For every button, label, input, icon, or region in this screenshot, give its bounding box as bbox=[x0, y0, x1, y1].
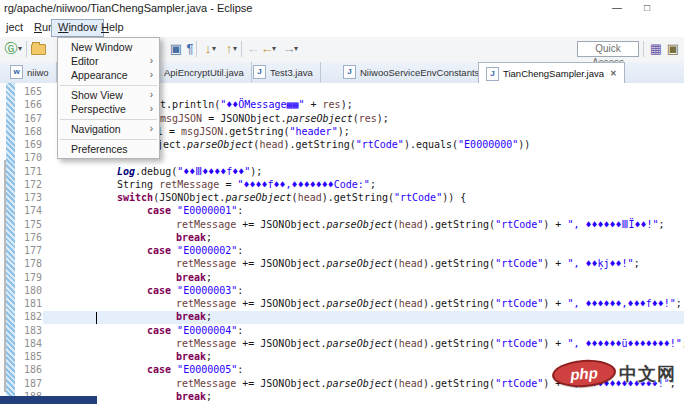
tab-label: ApiEncryptUtil.java bbox=[164, 67, 244, 78]
gc-button-icon[interactable]: Ⓖ bbox=[3, 40, 19, 57]
code-line[interactable]: retMessage += JSONObject.parseObject(hea… bbox=[176, 338, 684, 349]
code-line[interactable]: case "E0000005": bbox=[147, 364, 243, 375]
line-number: 184 bbox=[15, 338, 42, 349]
toolbar-separator bbox=[26, 41, 27, 57]
title-bar: rg/apache/niiwoo/TianChengSampler.java -… bbox=[0, 0, 684, 16]
line-number: 173 bbox=[15, 192, 42, 203]
java-perspective-icon[interactable]: ▣ bbox=[665, 40, 681, 57]
watermark-oval: php bbox=[551, 358, 617, 389]
code-line[interactable]: break; bbox=[176, 351, 212, 362]
line-number: 177 bbox=[15, 245, 42, 256]
maximize-button[interactable]: □ bbox=[636, 1, 658, 15]
submenu-arrow-icon: › bbox=[150, 88, 153, 102]
code-line[interactable]: Log.debug("♦♦Ⅲ♦♦♦♦f♦♦"); bbox=[117, 166, 262, 177]
submenu-arrow-icon: › bbox=[150, 68, 153, 82]
tab-test3-java[interactable]: JTest3.java bbox=[246, 62, 321, 82]
code-line[interactable]: break; bbox=[176, 272, 212, 283]
code-line[interactable]: switch(JSONObject.parseObject(head).getS… bbox=[117, 192, 466, 203]
menu-bar: jectRunWindowHelp bbox=[0, 16, 684, 37]
code-line[interactable]: break; bbox=[176, 232, 212, 243]
line-number: 174 bbox=[15, 205, 42, 216]
menu-ject[interactable]: ject bbox=[0, 19, 29, 35]
line-number: 175 bbox=[15, 219, 42, 230]
tab-label: Test3.java bbox=[270, 67, 313, 78]
forward-caret-icon[interactable]: ▾ bbox=[294, 44, 302, 54]
toolbar-separator bbox=[643, 41, 644, 57]
menu-help[interactable]: Help bbox=[95, 19, 130, 35]
next-annotation-caret-icon[interactable]: ▾ bbox=[233, 44, 241, 54]
line-number: 186 bbox=[15, 364, 42, 375]
code-line[interactable]: case "E0000001": bbox=[147, 205, 243, 216]
code-line[interactable]: break; bbox=[176, 311, 212, 322]
line-number: 176 bbox=[15, 232, 42, 243]
line-number: 180 bbox=[15, 285, 42, 296]
code-line[interactable]: case "E0000002": bbox=[147, 245, 243, 256]
menu-item-navigation[interactable]: Navigation› bbox=[58, 122, 159, 136]
code-line[interactable]: case "E0000004": bbox=[147, 325, 243, 336]
line-number: 166 bbox=[15, 99, 42, 110]
code-line[interactable]: ject.parseObject(head).getString("rtCode… bbox=[157, 139, 530, 150]
tab-close-icon[interactable]: ✕ bbox=[610, 69, 617, 78]
window-title: rg/apache/niiwoo/TianChengSampler.java -… bbox=[4, 2, 252, 14]
line-number: 179 bbox=[15, 272, 42, 283]
line-number: 185 bbox=[15, 351, 42, 362]
menu-item-preferences[interactable]: Preferences bbox=[58, 142, 159, 156]
code-line[interactable]: retMessage += JSONObject.parseObject(hea… bbox=[176, 258, 640, 269]
code-line[interactable]: retMessage += JSONObject.parseObject(hea… bbox=[176, 298, 682, 309]
file-icon: J bbox=[253, 65, 266, 79]
file-icon: J bbox=[343, 65, 356, 79]
tab-label: niiwo bbox=[27, 67, 49, 78]
code-line[interactable]: l = msgJSON.getString("header"); bbox=[157, 126, 350, 137]
line-number: 165 bbox=[15, 86, 42, 97]
quick-diff-strip bbox=[6, 83, 15, 404]
code-line[interactable]: case "E0000003": bbox=[147, 285, 243, 296]
menu-item-new-window[interactable]: New Window bbox=[58, 40, 159, 54]
line-number: 170 bbox=[15, 152, 42, 163]
window-menu-dropdown: New WindowEditor›Appearance›Show View›Pe… bbox=[57, 37, 160, 159]
code-line[interactable]: String retMessage = "♦♦♦♦f♦♦,♦♦♦♦♦♦♦Code… bbox=[117, 179, 376, 190]
code-line[interactable]: retMessage += JSONObject.parseObject(hea… bbox=[176, 219, 665, 230]
tab-tianchengsampler-java[interactable]: JTianChengSampler.java✕ bbox=[478, 62, 625, 84]
toolbar-separator bbox=[241, 41, 242, 57]
line-number: 172 bbox=[15, 179, 42, 190]
line-number: 168 bbox=[15, 126, 42, 137]
line-number: 167 bbox=[15, 113, 42, 124]
submenu-arrow-icon: › bbox=[150, 54, 153, 68]
line-number: 187 bbox=[15, 378, 42, 389]
current-line-highlight bbox=[43, 311, 684, 324]
submenu-arrow-icon: › bbox=[150, 102, 153, 116]
line-number: 182 bbox=[15, 311, 42, 322]
line-number: 178 bbox=[15, 258, 42, 269]
toolbar-separator bbox=[196, 41, 197, 57]
eclipse-window: rg/apache/niiwoo/TianChengSampler.java -… bbox=[0, 0, 684, 404]
line-number: 171 bbox=[15, 166, 42, 177]
minimize-button[interactable]: — bbox=[606, 1, 628, 15]
back-caret-icon[interactable]: ▾ bbox=[272, 44, 280, 54]
watermark-cn-text: 中文网 bbox=[619, 362, 676, 386]
code-line[interactable]: t.println("♦♦ÖMessage▩▩" + res); bbox=[160, 99, 353, 110]
submenu-arrow-icon: › bbox=[150, 122, 153, 136]
menu-item-show-view[interactable]: Show View› bbox=[58, 88, 159, 102]
file-icon: w bbox=[10, 65, 23, 79]
menu-item-perspective[interactable]: Perspective› bbox=[58, 102, 159, 116]
code-line[interactable]: msgJSON = JSONObject.parseObject(res); bbox=[160, 113, 389, 124]
open-folder-icon[interactable] bbox=[31, 44, 46, 55]
tab-niiwo[interactable]: wniiwo bbox=[3, 62, 57, 82]
quick-access-input[interactable]: Quick Access bbox=[577, 41, 639, 57]
taskbar-fragment bbox=[0, 396, 97, 404]
file-icon: J bbox=[486, 67, 499, 81]
watermark-php-text: php bbox=[570, 364, 599, 383]
open-perspective-icon[interactable]: ▦ bbox=[648, 40, 664, 57]
php-cn-watermark: php 中文网 bbox=[552, 360, 676, 387]
menu-item-appearance[interactable]: Appearance› bbox=[58, 68, 159, 82]
code-line[interactable]: break; bbox=[176, 391, 212, 402]
line-number: 169 bbox=[15, 139, 42, 150]
tab-label: TianChengSampler.java bbox=[503, 68, 604, 79]
gc-caret-icon[interactable]: ▾ bbox=[18, 44, 26, 54]
last-edit-caret-icon[interactable]: ▾ bbox=[212, 44, 220, 54]
line-number: 181 bbox=[15, 298, 42, 309]
menu-item-editor[interactable]: Editor› bbox=[58, 54, 159, 68]
text-cursor bbox=[96, 312, 97, 324]
line-number: 183 bbox=[15, 325, 42, 336]
